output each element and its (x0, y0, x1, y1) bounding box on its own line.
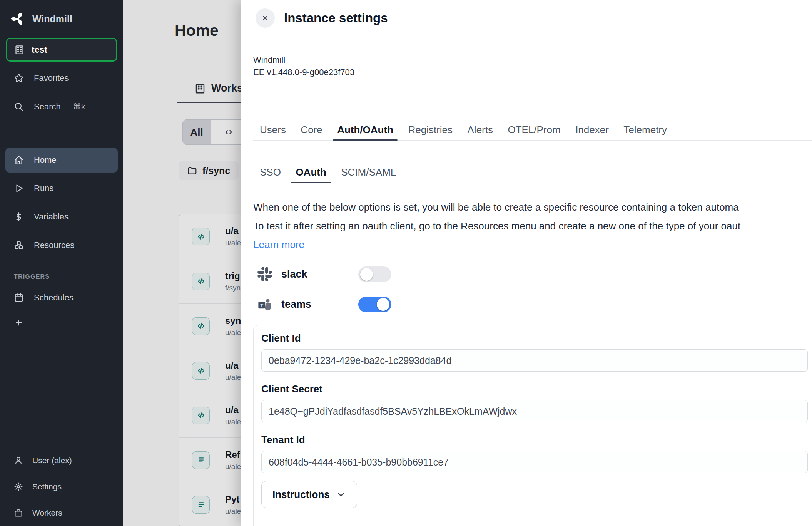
oauth-description: When one of the below options is set, yo… (253, 198, 740, 236)
description-line-1: When one of the below options is set, yo… (253, 198, 740, 217)
calendar-icon (14, 293, 24, 303)
briefcase-icon (14, 508, 23, 518)
search-icon (14, 102, 24, 112)
slack-toggle[interactable] (358, 266, 391, 282)
instance-settings-drawer: Instance settings Windmill EE v1.448.0-9… (241, 0, 812, 526)
instructions-button[interactable]: Instructions (261, 481, 357, 508)
client-secret-label: Client Secret (261, 383, 812, 395)
drawer-title: Instance settings (284, 8, 388, 28)
sidebar-item-settings[interactable]: Settings (0, 474, 123, 500)
boxes-icon (14, 240, 24, 250)
teams-toggle[interactable] (358, 297, 391, 312)
subtab-oauth[interactable]: OAuth (289, 166, 332, 183)
gear-icon (14, 482, 23, 491)
svg-text:T: T (260, 303, 263, 308)
home-icon (14, 155, 24, 165)
sidebar-item-label: Settings (32, 482, 62, 491)
sidebar-item-favorites[interactable]: Favorites (0, 64, 123, 92)
close-button[interactable] (256, 8, 275, 28)
sidebar: Windmill test Favorites Search ⌘k Home (0, 0, 123, 526)
sidebar-item-label: Favorites (34, 73, 69, 83)
star-icon (14, 73, 24, 83)
provider-row-teams: T teams (257, 295, 391, 313)
sidebar-item-workers[interactable]: Workers (0, 500, 123, 526)
provider-name: teams (281, 298, 358, 310)
sidebar-item-label: Variables (34, 212, 69, 222)
teams-icon: T (257, 297, 272, 312)
triggers-section-label: TRIGGERS (14, 273, 123, 280)
dollar-icon (14, 212, 24, 222)
auth-subtab-bar: SSO OAuth SCIM/SAML (253, 166, 812, 183)
tab-indexer[interactable]: Indexer (569, 124, 615, 140)
sidebar-item-label: Resources (34, 240, 74, 250)
provider-name: slack (281, 268, 358, 280)
subtab-scim-saml[interactable]: SCIM/SAML (334, 166, 403, 183)
search-shortcut: ⌘k (73, 102, 85, 111)
sidebar-item-label: Search (34, 102, 61, 112)
sidebar-item-label: Workers (32, 508, 62, 518)
description-line-2: To test it after setting an oauth client… (253, 217, 740, 236)
app-name: Windmill (253, 54, 354, 66)
sidebar-item-runs[interactable]: Runs (0, 174, 123, 203)
sidebar-item-resources[interactable]: Resources (0, 231, 123, 260)
brand: Windmill (0, 0, 123, 30)
client-id-input[interactable] (261, 349, 808, 372)
sidebar-item-home[interactable]: Home (5, 148, 118, 173)
tab-core[interactable]: Core (294, 124, 329, 140)
sidebar-item-schedules[interactable]: Schedules (0, 283, 123, 312)
add-trigger-button[interactable] (0, 312, 123, 333)
tab-telemetry[interactable]: Telemetry (617, 124, 673, 140)
sidebar-item-search[interactable]: Search ⌘k (0, 92, 123, 121)
plus-icon (15, 318, 23, 327)
windmill-logo-icon (11, 12, 25, 26)
settings-tab-bar: Users Core Auth/OAuth Registries Alerts … (253, 124, 812, 141)
workspace-selector[interactable]: test (6, 38, 117, 62)
play-icon (14, 183, 24, 193)
teams-oauth-form: Client Id Client Secret Tenant Id Instru… (253, 325, 812, 526)
slack-icon (257, 267, 272, 281)
version-string: EE v1.448.0-9-g00e23f703 (253, 66, 354, 79)
close-icon (261, 14, 269, 22)
client-secret-input[interactable] (261, 400, 808, 422)
tab-users[interactable]: Users (253, 124, 292, 140)
sidebar-item-variables[interactable]: Variables (0, 203, 123, 231)
user-icon (14, 456, 23, 465)
tab-otel-prom[interactable]: OTEL/Prom (501, 124, 567, 140)
workspace-name: test (32, 45, 47, 55)
tab-registries[interactable]: Registries (401, 124, 459, 140)
brand-name: Windmill (32, 13, 72, 25)
sidebar-item-label: Schedules (34, 293, 74, 303)
tenant-id-input[interactable] (261, 451, 808, 473)
tab-alerts[interactable]: Alerts (461, 124, 500, 140)
tenant-id-label: Tenant Id (261, 434, 812, 446)
tab-auth-oauth[interactable]: Auth/OAuth (331, 124, 400, 140)
version-block: Windmill EE v1.448.0-9-g00e23f703 (253, 54, 354, 79)
client-id-label: Client Id (261, 332, 812, 344)
provider-row-slack: slack (257, 265, 391, 283)
sidebar-item-label: Home (34, 155, 57, 165)
sidebar-item-user[interactable]: User (alex) (0, 447, 123, 474)
subtab-sso[interactable]: SSO (253, 166, 287, 183)
learn-more-link[interactable]: Learn more (253, 239, 304, 251)
chevron-down-icon (336, 489, 346, 499)
instructions-label: Instructions (272, 489, 330, 501)
building-icon (14, 45, 25, 55)
sidebar-item-label: Runs (34, 183, 53, 193)
sidebar-item-label: User (alex) (32, 456, 72, 465)
